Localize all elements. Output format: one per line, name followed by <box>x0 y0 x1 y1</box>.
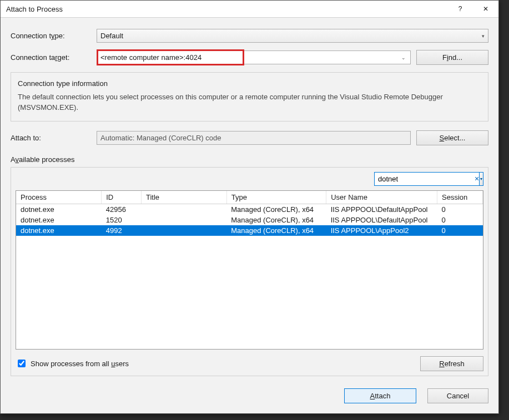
dialog-body: Connection type: Default ▾ Connection ta… <box>1 18 498 413</box>
cell-id: 4992 <box>102 225 142 236</box>
col-process[interactable]: Process <box>16 191 102 204</box>
process-filter[interactable]: × ▾ <box>374 172 483 186</box>
cell-type: Managed (CoreCLR), x64 <box>226 225 326 236</box>
attach-button[interactable]: Attach <box>344 388 416 403</box>
chevron-down-icon: ⌄ <box>401 55 406 60</box>
cell-id: 42956 <box>102 204 142 215</box>
help-button[interactable]: ? <box>447 1 473 17</box>
connection-type-value: Default <box>100 32 123 40</box>
dialog-footer: Attach Cancel <box>11 381 488 403</box>
show-all-users-label: Show processes from all users <box>31 360 129 368</box>
col-title[interactable]: Title <box>142 191 227 204</box>
table-row[interactable]: dotnet.exe42956Managed (CoreCLR), x64IIS… <box>16 204 483 215</box>
cell-title <box>142 225 227 236</box>
cancel-button[interactable]: Cancel <box>427 388 488 403</box>
cell-user: IIS APPPOOL\DefaultAppPool <box>326 215 437 225</box>
table-row[interactable]: dotnet.exe1520Managed (CoreCLR), x64IIS … <box>16 215 483 225</box>
attach-to-field: Automatic: Managed (CoreCLR) code <box>97 131 411 145</box>
info-heading: Connection type information <box>18 78 481 89</box>
cell-proc: dotnet.exe <box>16 215 102 225</box>
show-all-users-input[interactable] <box>18 360 26 367</box>
connection-target-highlight: <remote computer name>:4024 <box>97 49 244 65</box>
clear-filter-icon[interactable]: × <box>475 174 479 183</box>
connection-target-combo[interactable]: ⌄ <box>243 50 411 64</box>
available-processes-label: Available processes <box>11 155 488 164</box>
table-header-row: Process ID Title Type User Name Session <box>16 191 483 204</box>
connection-type-row: Connection type: Default ▾ <box>11 29 488 43</box>
cell-user: IIS APPPOOL\DefaultAppPool <box>326 204 437 215</box>
connection-target-row: Connection target: <remote computer name… <box>11 49 488 65</box>
process-table[interactable]: Process ID Title Type User Name Session … <box>16 190 483 350</box>
attach-to-label: Attach to: <box>11 134 97 142</box>
attach-to-value: Automatic: Managed (CoreCLR) code <box>100 134 221 142</box>
window-title: Attach to Process <box>6 5 447 13</box>
close-button[interactable]: ✕ <box>473 1 498 17</box>
info-body: The default connection lets you select p… <box>18 92 481 113</box>
connection-target-label: Connection target: <box>11 53 97 62</box>
cell-sess: 0 <box>437 225 483 236</box>
process-filter-input[interactable] <box>375 175 475 183</box>
find-button[interactable]: Find... <box>416 50 488 65</box>
cell-proc: dotnet.exe <box>16 204 102 215</box>
cell-sess: 0 <box>437 204 483 215</box>
col-id[interactable]: ID <box>102 191 142 204</box>
col-session[interactable]: Session <box>437 191 483 204</box>
help-icon: ? <box>458 5 462 13</box>
col-type[interactable]: Type <box>226 191 326 204</box>
attach-to-process-dialog: Attach to Process ? ✕ Connection type: D… <box>0 0 499 414</box>
titlebar: Attach to Process ? ✕ <box>1 1 498 18</box>
cell-proc: dotnet.exe <box>16 225 102 236</box>
refresh-button[interactable]: Refresh <box>420 356 483 371</box>
cell-type: Managed (CoreCLR), x64 <box>226 215 326 225</box>
cell-user: IIS APPPOOL\AppPool2 <box>326 225 437 236</box>
connection-target-value: <remote computer name>:4024 <box>100 53 201 62</box>
chevron-down-icon: ▾ <box>482 33 485 39</box>
processes-panel: × ▾ Process ID Title Type <box>11 167 488 376</box>
col-user[interactable]: User Name <box>326 191 437 204</box>
table-row[interactable]: dotnet.exe4992Managed (CoreCLR), x64IIS … <box>16 225 483 236</box>
cell-title <box>142 204 227 215</box>
close-icon: ✕ <box>483 5 488 13</box>
show-all-users-checkbox[interactable]: Show processes from all users <box>16 358 129 369</box>
connection-type-label: Connection type: <box>11 32 97 40</box>
filter-dropdown-icon[interactable]: ▾ <box>479 173 483 185</box>
attach-to-row: Attach to: Automatic: Managed (CoreCLR) … <box>11 130 488 145</box>
select-button[interactable]: Select... <box>416 130 488 145</box>
connection-type-combo[interactable]: Default ▾ <box>97 29 488 43</box>
connection-type-info: Connection type information The default … <box>11 72 488 122</box>
cell-sess: 0 <box>437 215 483 225</box>
cell-title <box>142 215 227 225</box>
cell-id: 1520 <box>102 215 142 225</box>
cell-type: Managed (CoreCLR), x64 <box>226 204 326 215</box>
